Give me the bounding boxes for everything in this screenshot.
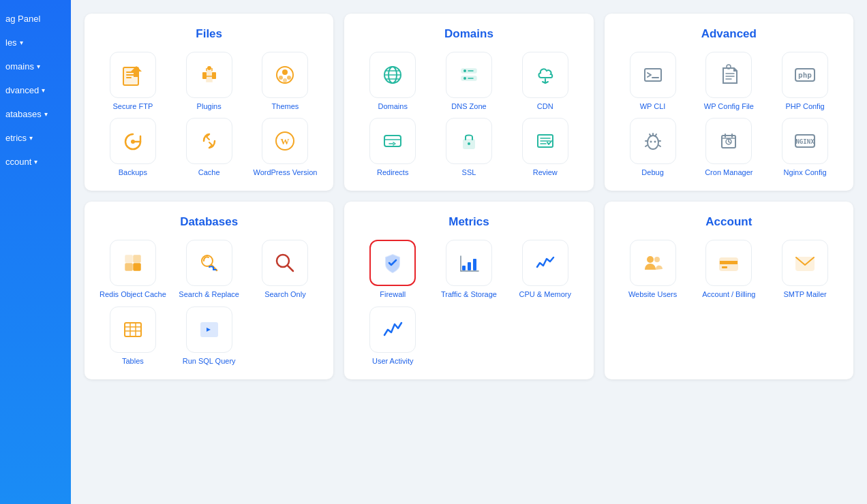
useractivity-item[interactable]: User Activity [369,306,416,366]
svg-rect-2 [202,72,207,79]
secure-ftp-icon-box[interactable] [110,52,156,98]
redis-icon-box[interactable] [110,240,156,286]
chevron-down-icon: ▾ [44,110,48,118]
searchreplace-item[interactable]: Search & Replace [179,240,239,299]
redirects-icon-box[interactable] [369,118,416,164]
wordpress-icon-box[interactable]: W [262,118,308,164]
wpcli-icon-box[interactable] [630,52,676,98]
trafficstorage-item[interactable]: Traffic & Storage [441,240,497,299]
cdn-icon-box[interactable] [522,52,568,98]
svg-line-44 [650,134,651,136]
account-panel: Account Website Users [605,202,853,379]
sidebar-item-label: les [5,37,17,48]
sqlquery-item[interactable]: Run SQL Query [183,306,236,366]
smtp-icon-box[interactable] [782,240,828,286]
secure-ftp-item[interactable]: Secure FTP [110,52,156,111]
databases-title: Databases [98,215,320,229]
wpconfig-label: WP Config File [704,102,754,111]
nginx-icon-box[interactable]: NGINX [782,118,828,164]
panels-grid: Files Secure FTP [85,14,853,379]
smtp-label: SMTP Mailer [783,290,826,299]
svg-point-8 [282,69,288,75]
wordpress-label: WordPress Version [253,168,317,177]
redirects-item[interactable]: Redirects [369,118,416,177]
trafficstorage-icon-box[interactable] [446,240,492,286]
domains-icon-box[interactable] [369,52,416,98]
websiteusers-icon-box[interactable] [630,240,676,286]
review-label: Review [533,168,558,177]
domains-item[interactable]: Domains [369,52,416,111]
backups-icon-box[interactable] [110,118,156,164]
cron-icon-box[interactable] [705,118,752,164]
svg-rect-78 [473,259,476,270]
cdn-item[interactable]: CDN [522,52,568,111]
cron-item[interactable]: Cron Manager [705,118,752,177]
cache-item[interactable]: Cache [186,118,232,177]
plugins-icon-box[interactable] [186,52,232,98]
svg-point-50 [650,141,652,143]
plugins-item[interactable]: Plugins [186,52,232,111]
advanced-title: Advanced [618,27,840,41]
svg-rect-26 [384,136,401,146]
sidebar-item-account[interactable]: ccount ▾ [0,150,71,174]
dnszone-item[interactable]: DNS Zone [446,52,492,111]
firewall-icon-box[interactable] [369,240,416,286]
sqlquery-icon-box[interactable] [186,306,232,353]
phpconfig-item[interactable]: php PHP Config [782,52,828,111]
files-icons-grid: Secure FTP [98,52,320,177]
sidebar-item-panel[interactable]: ag Panel [0,7,71,31]
billing-icon-box[interactable] [705,240,752,286]
smtp-item[interactable]: SMTP Mailer [782,240,828,299]
ssl-icon-box[interactable] [446,118,492,164]
files-panel: Files Secure FTP [85,14,333,191]
cpumemory-item[interactable]: CPU & Memory [519,240,571,299]
billing-item[interactable]: Account / Billing [702,240,755,299]
svg-text:NGINX: NGINX [796,138,815,145]
domains-title: Domains [358,27,579,41]
wpconfig-item[interactable]: WP Config File [704,52,754,111]
redis-item[interactable]: Redis Object Cache [100,240,166,299]
wordpress-item[interactable]: W WordPress Version [253,118,317,177]
wpcli-item[interactable]: WP CLI [630,52,676,111]
themes-item[interactable]: Themes [262,52,308,111]
sidebar-item-metrics[interactable]: etrics ▾ [0,126,71,150]
tables-icon-box[interactable] [110,306,156,353]
review-icon-box[interactable] [522,118,568,164]
dnszone-icon-box[interactable] [446,52,492,98]
nginx-item[interactable]: NGINX Nginx Config [782,118,828,177]
billing-label: Account / Billing [702,290,755,299]
debug-icon-box[interactable] [630,118,676,164]
themes-icon-box[interactable] [262,52,308,98]
searchonly-item[interactable]: Search Only [262,240,308,299]
debug-item[interactable]: Debug [630,118,676,177]
svg-line-58 [729,142,731,143]
tables-item[interactable]: Tables [110,306,156,366]
domains-icons-grid: Domains DNS Zone [358,52,579,177]
sidebar-item-files[interactable]: les ▾ [0,31,71,54]
sidebar-item-databases[interactable]: atabases ▾ [0,102,71,126]
useractivity-icon-box[interactable] [369,306,416,353]
phpconfig-icon-box[interactable]: php [782,52,828,98]
cpumemory-icon-box[interactable] [522,240,568,286]
svg-line-49 [658,145,660,146]
ssl-item[interactable]: SSL [446,118,492,177]
cache-icon-box[interactable] [186,118,232,164]
sidebar: ag Panel les ▾ omains ▾ dvanced ▾ atabas… [0,0,71,504]
svg-point-9 [279,76,283,80]
advanced-panel: Advanced WP CLI [605,14,853,191]
review-item[interactable]: Review [522,118,568,177]
backups-item[interactable]: Backups [110,118,156,177]
websiteusers-item[interactable]: Website Users [628,240,677,299]
svg-line-68 [288,266,293,271]
cron-label: Cron Manager [705,168,752,177]
searchreplace-icon-box[interactable] [186,240,232,286]
searchonly-icon-box[interactable] [262,240,308,286]
redirects-label: Redirects [377,168,408,177]
metrics-icons-grid: Firewall Traffic & Storage [358,240,579,365]
svg-point-22 [463,69,466,72]
firewall-item[interactable]: Firewall [369,240,416,299]
sidebar-item-advanced[interactable]: dvanced ▾ [0,78,71,102]
databases-icons-grid: Redis Object Cache Search & Replace [98,240,320,365]
sidebar-item-domains[interactable]: omains ▾ [0,54,71,78]
wpconfig-icon-box[interactable] [705,52,752,98]
